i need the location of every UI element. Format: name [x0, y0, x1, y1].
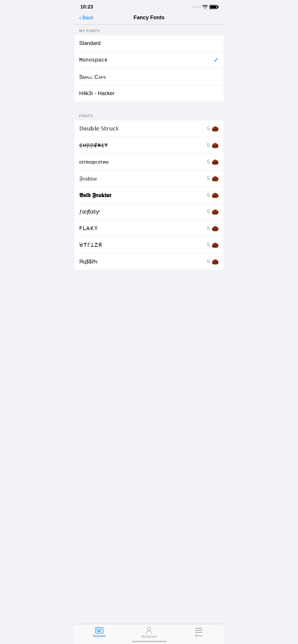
- list-item[interactable]: 𝕭𝖔𝖑𝖉 𝕱𝖗𝖆𝖐𝖙𝖚𝖗 5 🌰: [74, 187, 224, 204]
- list-item[interactable]: Standard: [74, 35, 224, 52]
- page-title: Fancy Fonts: [134, 15, 164, 21]
- font-name-standard: Standard: [79, 40, 101, 46]
- my-fonts-list: Standard Monospace ✓ Small Caps H4k3r - …: [74, 35, 224, 102]
- wifi-icon: [202, 5, 208, 9]
- item-cost-section: 5 🌰: [207, 242, 219, 249]
- item-cost-section: 5 🌰: [207, 175, 219, 182]
- font-name-hacker: H4k3r - Hacker: [79, 90, 115, 97]
- back-chevron-icon: ‹: [79, 15, 81, 20]
- list-item[interactable]: ꓤꓔꓩꓕꓜꓣ 5 🌰: [74, 237, 224, 253]
- acorn-icon: 🌰: [212, 158, 219, 165]
- font-name-russia: Яц$$їfч: [79, 259, 98, 265]
- acorn-icon: 🌰: [212, 258, 219, 265]
- cost-value: 5: [207, 259, 210, 265]
- cost-value: 5: [207, 225, 210, 231]
- font-name-currency: ₵ɄⱤⱤɆ₦₵Ɏ: [79, 142, 108, 148]
- item-cost-section: 5 🌰: [207, 142, 219, 149]
- list-item[interactable]: Яц$$їfч 5 🌰: [74, 253, 224, 270]
- cost-value: 5: [207, 209, 210, 215]
- cost-value: 5: [207, 126, 210, 132]
- cost-value: 5: [207, 176, 210, 181]
- font-name-small-caps: Small Caps: [79, 74, 106, 80]
- item-cost-section: 5 🌰: [207, 125, 219, 132]
- font-name-mirror: ɒiтяoqнɔiтиɒ: [79, 159, 109, 165]
- fonts-header: FONTS: [74, 110, 224, 120]
- list-item[interactable]: Monospace ✓: [74, 52, 224, 69]
- list-item[interactable]: 𝔻𝕠𝕦𝕓𝕝𝕖 𝕊𝕥𝕣𝕦𝕔𝕜 5 🌰: [74, 120, 224, 137]
- item-cost-section: 5 🌰: [207, 208, 219, 215]
- list-item[interactable]: ɒiтяoqнɔiтиɒ 5 🌰: [74, 154, 224, 170]
- back-label: Back: [82, 15, 93, 21]
- cost-value: 5: [207, 159, 210, 165]
- list-item[interactable]: H4k3r - Hacker: [74, 85, 224, 102]
- acorn-icon: 🌰: [212, 142, 219, 149]
- font-name-monospace: Monospace: [79, 57, 108, 63]
- acorn-icon: 🌰: [212, 208, 219, 215]
- list-item[interactable]: ƒαŋƭαšƴ 5 🌰: [74, 204, 224, 220]
- content-area: MY FONTS Standard Monospace ✓ Small Caps…: [74, 24, 224, 299]
- list-item[interactable]: 𝔉𝔯𝔞𝔨𝔱𝔲𝔯 5 🌰: [74, 170, 224, 187]
- nav-bar: ‹ Back Fancy Fonts: [74, 12, 224, 24]
- font-name-fraktur: 𝔉𝔯𝔞𝔨𝔱𝔲𝔯: [79, 175, 97, 182]
- item-cost-section: 5 🌰: [207, 225, 219, 232]
- acorn-icon: 🌰: [212, 225, 219, 232]
- cost-value: 5: [207, 242, 210, 248]
- font-name-fantasy: ƒαŋƭαšƴ: [79, 209, 100, 215]
- cost-value: 5: [207, 142, 210, 148]
- selected-checkmark: ✓: [214, 56, 219, 64]
- my-fonts-header: MY FONTS: [74, 24, 224, 35]
- font-name-flaky: ꓝꓡꓮꓗꓬ: [79, 225, 98, 232]
- acorn-icon: 🌰: [212, 242, 219, 249]
- status-bar: 10:23: [74, 0, 224, 12]
- list-item[interactable]: ₵ɄⱤⱤɆ₦₵Ɏ 5 🌰: [74, 137, 224, 154]
- list-item[interactable]: ꓝꓡꓮꓗꓬ 5 🌰: [74, 220, 224, 237]
- item-cost-section: 5 🌰: [207, 192, 219, 199]
- fonts-list: 𝔻𝕠𝕦𝕓𝕝𝕖 𝕊𝕥𝕣𝕦𝕔𝕜 5 🌰 ₵ɄⱤⱤɆ₦₵Ɏ 5 🌰 ɒiтяoqнɔi…: [74, 120, 224, 270]
- font-name-bold-fraktur: 𝕭𝖔𝖑𝖉 𝕱𝖗𝖆𝖐𝖙𝖚𝖗: [79, 192, 111, 199]
- back-button[interactable]: ‹ Back: [79, 15, 93, 21]
- section-separator: [74, 102, 224, 110]
- acorn-icon: 🌰: [212, 125, 219, 132]
- font-name-manga: ꓤꓔꓩꓕꓜꓣ: [79, 242, 103, 248]
- signal-icon: [192, 6, 201, 8]
- acorn-icon: 🌰: [212, 192, 219, 199]
- status-icons: [192, 5, 218, 9]
- font-name-double-struck: 𝔻𝕠𝕦𝕓𝕝𝕖 𝕊𝕥𝕣𝕦𝕔𝕜: [79, 125, 119, 132]
- item-cost-section: 5 🌰: [207, 258, 219, 265]
- item-cost-section: 5 🌰: [207, 158, 219, 165]
- cost-value: 5: [207, 192, 210, 198]
- status-time: 10:23: [80, 4, 93, 10]
- list-item[interactable]: Small Caps: [74, 69, 224, 85]
- acorn-icon: 🌰: [212, 175, 219, 182]
- battery-icon: [209, 5, 218, 9]
